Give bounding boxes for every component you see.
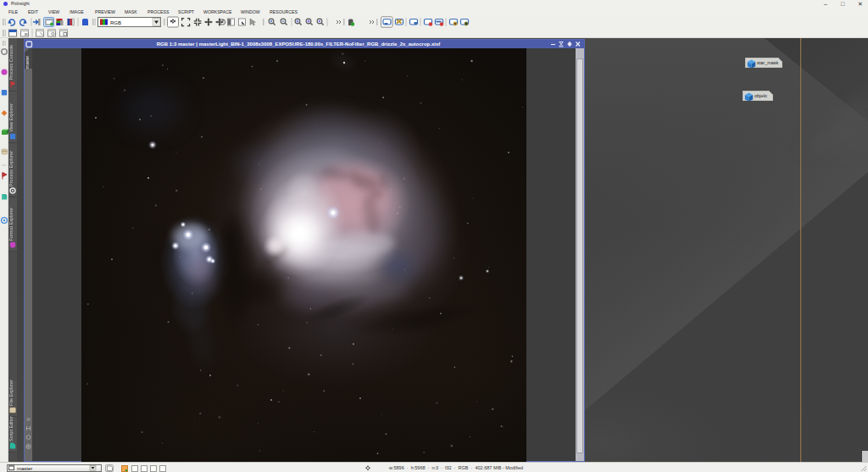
- svg-text:RGB: RGB: [110, 20, 121, 25]
- svg-text:master: master: [17, 466, 32, 471]
